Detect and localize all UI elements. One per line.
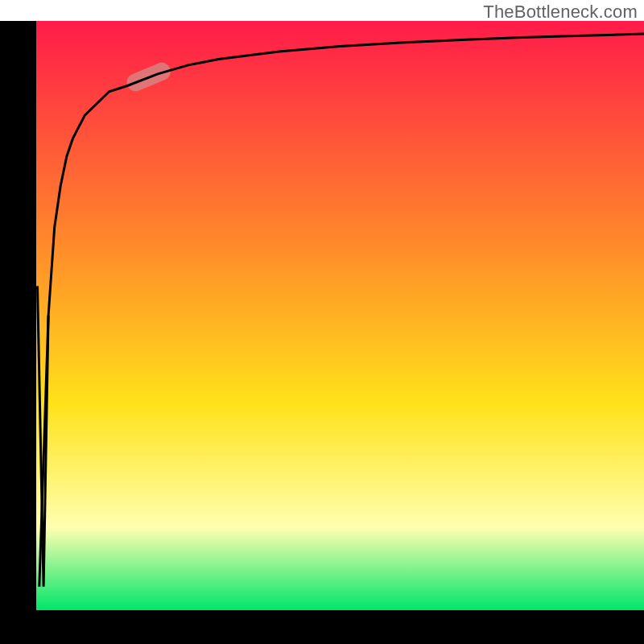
gradient-background xyxy=(36,21,644,610)
svg-rect-1 xyxy=(0,610,644,644)
svg-rect-0 xyxy=(0,21,36,621)
chart-stage: TheBottleneck.com xyxy=(0,0,644,644)
chart-svg xyxy=(0,0,644,644)
plot-area xyxy=(0,0,644,644)
